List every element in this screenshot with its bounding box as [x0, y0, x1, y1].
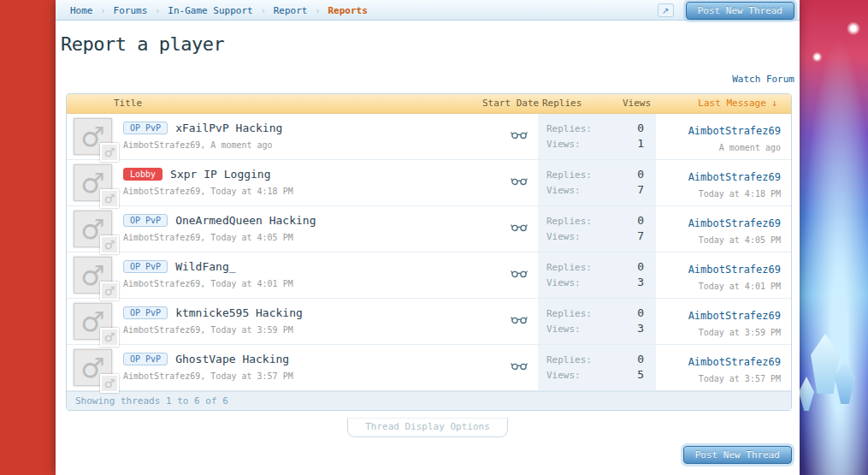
preview-glasses-icon[interactable]: [511, 358, 528, 368]
thread-display-options-wrap: Thread Display Options: [56, 418, 800, 437]
thread-prefix-badge[interactable]: OP PvP: [123, 214, 168, 227]
replies-count: 0: [637, 352, 644, 366]
last-message-date: Today at 3:59 PM: [656, 328, 781, 337]
thread-prefix-badge[interactable]: OP PvP: [123, 306, 168, 319]
last-poster-link[interactable]: AimbotStrafez69: [688, 217, 781, 229]
thread-author-and-date[interactable]: AimbotStrafez69, Today at 3:57 PM: [123, 371, 293, 381]
breadcrumb-item-reports[interactable]: Reports: [320, 5, 375, 16]
thread-author-and-date[interactable]: AimbotStrafez69, Today at 3:59 PM: [123, 325, 293, 335]
thread-title-line: OP PvP ktmnicke595 Hacking: [123, 306, 303, 319]
thread-display-options-toggle[interactable]: Thread Display Options: [347, 418, 508, 437]
thread-row[interactable]: ♂ ♂ OP PvP ktmnicke595 Hacking AimbotStr…: [67, 299, 791, 345]
preview-glasses-icon[interactable]: [511, 173, 528, 183]
column-header-views[interactable]: Views: [623, 98, 651, 109]
last-poster-mini-avatar[interactable]: ♂: [100, 328, 119, 347]
breadcrumb-item-report[interactable]: Report: [266, 5, 316, 16]
thread-main-cell: ♂ ♂ OP PvP ktmnicke595 Hacking AimbotStr…: [67, 299, 500, 344]
breadcrumb: Home›Forums›In-Game Support›Report›Repor…: [62, 5, 375, 16]
thread-info: OP PvP WildFang_ AimbotStrafez69, Today …: [123, 257, 293, 298]
views-label: Views:: [546, 368, 581, 383]
thread-starter-avatar[interactable]: ♂ ♂: [74, 118, 112, 155]
views-line: Views: 7: [546, 229, 644, 244]
preview-glasses-icon[interactable]: [511, 312, 528, 322]
thread-preview-cell: [500, 206, 538, 252]
thread-prefix-badge[interactable]: OP PvP: [123, 260, 168, 273]
thread-stats-cell: Replies: 0 Views: 3: [538, 299, 656, 344]
last-poster-link[interactable]: AimbotStrafez69: [688, 310, 781, 322]
post-new-thread-button-top[interactable]: Post New Thread: [686, 2, 794, 20]
thread-title-line: OP PvP xFailPvP Hacking: [123, 122, 282, 134]
thread-author-and-date[interactable]: AimbotStrafez69, Today at 4:01 PM: [123, 279, 293, 288]
views-label: Views:: [546, 137, 581, 151]
thread-title-link[interactable]: GhostVape Hacking: [175, 353, 289, 365]
breadcrumb-item-in-game-support[interactable]: In-Game Support: [160, 5, 260, 16]
last-poster-link[interactable]: AimbotStrafez69: [688, 264, 781, 276]
thread-preview-cell: [500, 345, 538, 390]
replies-label: Replies:: [546, 122, 592, 136]
thread-title-link[interactable]: ktmnicke595 Hacking: [175, 306, 303, 319]
thread-prefix-badge[interactable]: Lobby: [123, 168, 162, 181]
thread-row[interactable]: ♂ ♂ OP PvP xFailPvP Hacking AimbotStrafe…: [67, 114, 791, 160]
last-poster-link[interactable]: AimbotStrafez69: [688, 171, 781, 183]
last-message-date: Today at 3:57 PM: [656, 374, 781, 383]
thread-title-link[interactable]: OneArmedQueen Hacking: [175, 214, 316, 227]
male-avatar-icon: ♂: [104, 239, 115, 251]
replies-label: Replies:: [546, 260, 592, 275]
thread-title-link[interactable]: WildFang_: [175, 260, 235, 273]
preview-glasses-icon[interactable]: [511, 127, 528, 137]
thread-starter-avatar[interactable]: ♂ ♂: [74, 349, 112, 386]
thread-row[interactable]: ♂ ♂ Lobby Sxpr IP Logging AimbotStrafez6…: [67, 160, 791, 206]
thread-title-link[interactable]: Sxpr IP Logging: [170, 168, 270, 181]
thread-stats-cell: Replies: 0 Views: 7: [538, 160, 656, 205]
last-message-date: A moment ago: [656, 143, 781, 152]
thread-title-link[interactable]: xFailPvP Hacking: [175, 122, 282, 134]
preview-glasses-icon[interactable]: [511, 219, 528, 229]
last-poster-link[interactable]: AimbotStrafez69: [688, 125, 781, 137]
post-new-thread-button-bottom[interactable]: Post New Thread: [683, 446, 792, 464]
thread-list-header: Title Start Date Replies Views Last Mess…: [67, 94, 791, 114]
thread-starter-avatar[interactable]: ♂ ♂: [74, 164, 112, 201]
breadcrumb-actions: ↗ Post New Thread: [658, 2, 794, 20]
replies-count: 0: [637, 306, 644, 320]
thread-starter-avatar[interactable]: ♂ ♂: [74, 257, 112, 294]
views-label: Views:: [546, 322, 581, 336]
thread-row[interactable]: ♂ ♂ OP PvP GhostVape Hacking AimbotStraf…: [67, 345, 791, 391]
thread-info: OP PvP OneArmedQueen Hacking AimbotStraf…: [123, 211, 316, 252]
thread-starter-avatar[interactable]: ♂ ♂: [74, 211, 112, 247]
preview-glasses-icon[interactable]: [511, 265, 528, 276]
views-label: Views:: [546, 229, 581, 244]
thread-author-and-date[interactable]: AimbotStrafez69, A moment ago: [123, 140, 273, 150]
last-poster-mini-avatar[interactable]: ♂: [100, 189, 119, 208]
column-header-replies[interactable]: Replies: [542, 98, 582, 109]
watch-forum-link[interactable]: Watch Forum: [732, 74, 794, 85]
male-avatar-icon: ♂: [104, 377, 115, 389]
breadcrumb-item-forums[interactable]: Forums: [106, 5, 156, 16]
column-header-last-message-sorted-desc[interactable]: Last Message ↓: [698, 98, 777, 109]
thread-starter-avatar[interactable]: ♂ ♂: [74, 303, 112, 340]
replies-line: Replies: 0: [546, 352, 644, 367]
thread-author-and-date[interactable]: AimbotStrafez69, Today at 4:05 PM: [123, 233, 293, 242]
column-header-start-date[interactable]: Start Date: [482, 98, 539, 109]
thread-author-and-date[interactable]: AimbotStrafez69, Today at 4:18 PM: [123, 187, 293, 196]
breadcrumb-item-home[interactable]: Home: [62, 5, 101, 16]
last-poster-mini-avatar[interactable]: ♂: [100, 374, 119, 393]
last-message-cell: AimbotStrafez69 Today at 3:59 PM: [656, 299, 791, 344]
last-poster-mini-avatar[interactable]: ♂: [100, 143, 119, 162]
thread-row[interactable]: ♂ ♂ OP PvP WildFang_ AimbotStrafez69, To…: [67, 252, 791, 299]
thread-prefix-badge[interactable]: OP PvP: [123, 353, 168, 365]
thread-byline: AimbotStrafez69, Today at 3:59 PM: [123, 325, 303, 335]
last-poster-link[interactable]: AimbotStrafez69: [688, 356, 781, 368]
views-label: Views:: [546, 276, 581, 290]
thread-byline: AimbotStrafez69, A moment ago: [123, 140, 282, 150]
last-poster-mini-avatar[interactable]: ♂: [100, 235, 119, 254]
thread-prefix-badge[interactable]: OP PvP: [123, 122, 168, 134]
thread-title-line: OP PvP OneArmedQueen Hacking: [123, 214, 316, 227]
thread-main-cell: ♂ ♂ OP PvP GhostVape Hacking AimbotStraf…: [67, 345, 500, 390]
column-header-title[interactable]: Title: [114, 98, 142, 109]
last-poster-mini-avatar[interactable]: ♂: [100, 282, 119, 300]
thread-main-cell: ♂ ♂ OP PvP OneArmedQueen Hacking AimbotS…: [67, 206, 500, 252]
share-page-icon[interactable]: ↗: [658, 3, 674, 17]
thread-byline: AimbotStrafez69, Today at 4:18 PM: [123, 187, 293, 196]
thread-row[interactable]: ♂ ♂ OP PvP OneArmedQueen Hacking AimbotS…: [67, 206, 791, 252]
thread-main-cell: ♂ ♂ OP PvP xFailPvP Hacking AimbotStrafe…: [67, 114, 500, 159]
